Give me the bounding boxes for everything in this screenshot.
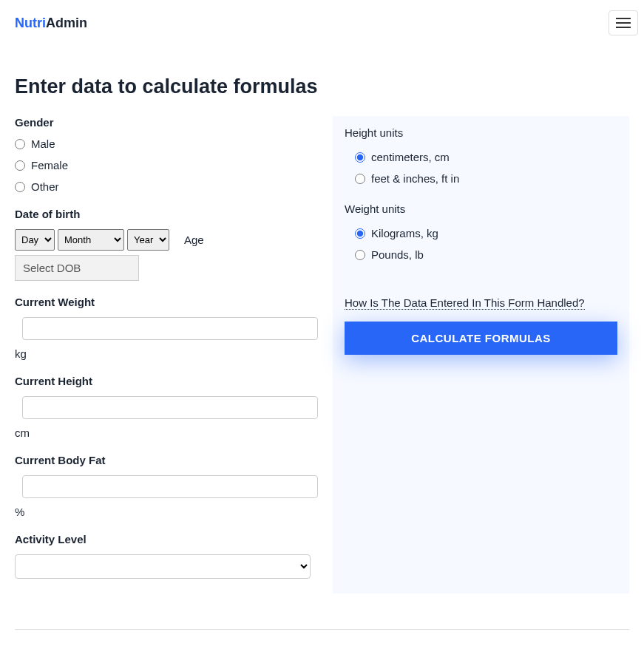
height-units-label: Height units — [345, 126, 617, 139]
weight-unit-kg-option[interactable]: Kilograms, kg — [355, 227, 617, 239]
activity-select[interactable] — [15, 554, 311, 579]
calculate-button[interactable]: CALCULATE FORMULAS — [345, 322, 617, 355]
gender-radio-other[interactable] — [15, 182, 25, 192]
dob-day-select[interactable]: Day — [15, 229, 55, 251]
weight-unit-kg-radio[interactable] — [355, 228, 365, 239]
height-unit-cm-radio[interactable] — [355, 152, 365, 163]
dob-year-select[interactable]: Year — [127, 229, 169, 251]
weight-units-label: Weight units — [345, 203, 617, 215]
gender-option-female[interactable]: Female — [15, 159, 318, 171]
gender-option-other[interactable]: Other — [15, 180, 318, 193]
hamburger-icon — [616, 18, 631, 19]
data-handling-link[interactable]: How Is The Data Entered In This Form Han… — [345, 296, 585, 310]
height-unit-ftin-radio[interactable] — [355, 174, 365, 184]
weight-unit: kg — [15, 347, 318, 360]
weight-input[interactable] — [22, 317, 318, 340]
dob-month-select[interactable]: Month — [58, 229, 124, 251]
bodyfat-input[interactable] — [22, 475, 318, 498]
height-label: Current Height — [15, 375, 318, 387]
weight-label: Current Weight — [15, 296, 318, 308]
page-title: Enter data to calculate formulas — [15, 75, 629, 98]
brand-logo[interactable]: NutriAdmin — [15, 16, 87, 31]
gender-radio-female[interactable] — [15, 160, 25, 171]
activity-label: Activity Level — [15, 533, 318, 545]
bodyfat-label: Current Body Fat — [15, 454, 318, 466]
weight-unit-lb-radio[interactable] — [355, 250, 365, 260]
dob-display: Select DOB — [15, 255, 139, 281]
weight-unit-lb-option[interactable]: Pounds, lb — [355, 248, 617, 261]
gender-label: Gender — [15, 116, 318, 129]
gender-radio-male[interactable] — [15, 139, 25, 149]
brand-part2: Admin — [46, 16, 87, 30]
dob-label: Date of birth — [15, 208, 318, 220]
gender-option-male[interactable]: Male — [15, 137, 318, 150]
divider — [15, 629, 629, 630]
bodyfat-unit: % — [15, 506, 318, 518]
height-input[interactable] — [22, 396, 318, 419]
height-unit-ftin-option[interactable]: feet & inches, ft in — [355, 172, 617, 185]
height-unit: cm — [15, 426, 318, 439]
brand-part1: Nutri — [15, 16, 46, 30]
menu-toggle-button[interactable] — [609, 10, 638, 35]
age-label: Age — [184, 234, 204, 246]
height-unit-cm-option[interactable]: centimeters, cm — [355, 151, 617, 163]
